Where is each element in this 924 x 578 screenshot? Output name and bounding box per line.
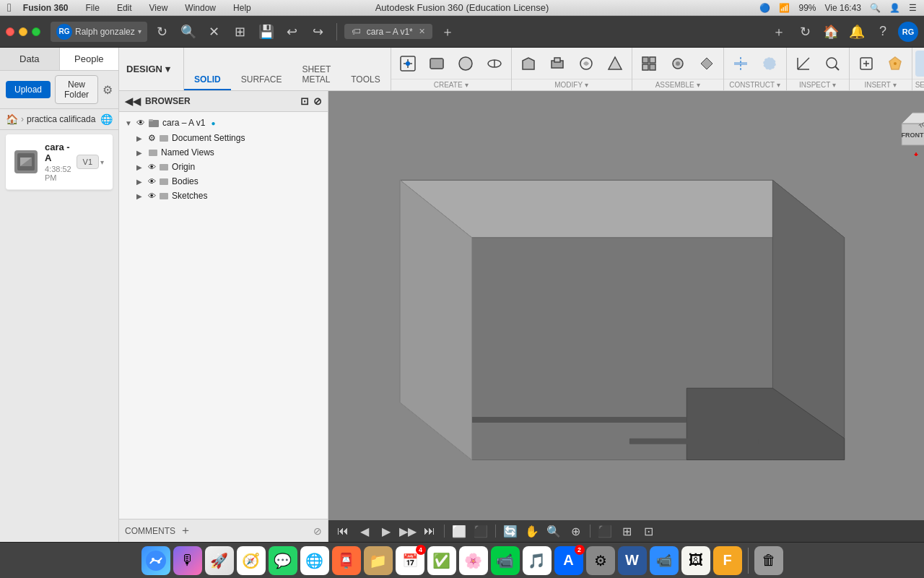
vt-zoom-icon[interactable]: ⊕ <box>567 522 584 540</box>
vt-display-icon[interactable]: ⬛ <box>596 522 614 540</box>
dock-finder[interactable] <box>141 546 170 575</box>
create-btn-1[interactable] <box>394 53 422 74</box>
sketches-eye-icon[interactable]: 👁 <box>148 191 156 200</box>
browser-item-bodies[interactable]: ▶ 👁 Bodies <box>119 174 328 189</box>
dock-trash[interactable]: 🗑 <box>754 546 783 575</box>
create-btn-4[interactable] <box>481 53 508 74</box>
assemble-btn-1[interactable] <box>635 53 663 74</box>
dock-zoom[interactable]: 📹 <box>650 546 679 575</box>
tab-data[interactable]: Data <box>0 48 60 70</box>
tab-surface[interactable]: SURFACE <box>231 72 292 90</box>
dock-safari[interactable]: 🧭 <box>237 546 266 575</box>
dock-whatsapp[interactable]: 💬 <box>269 546 297 575</box>
modify-btn-3[interactable] <box>572 53 600 74</box>
modify-btn-2[interactable] <box>544 53 571 74</box>
modify-btn-1[interactable] <box>515 53 542 74</box>
tab-solid[interactable]: SOLID <box>184 72 231 90</box>
vt-orbit-icon[interactable]: 🔄 <box>502 522 519 540</box>
construct-btn-2[interactable] <box>756 53 783 74</box>
undo-button[interactable]: ↩ <box>282 21 303 43</box>
dock-postman[interactable]: 📮 <box>332 546 361 575</box>
search-button[interactable]: 🔍 <box>178 21 199 43</box>
browser-root-item[interactable]: ▼ 👁 cara – A v1 ● <box>119 115 328 131</box>
construct-btn-1[interactable] <box>727 53 754 74</box>
modify-label[interactable]: MODIFY ▾ <box>512 79 632 90</box>
dock-chrome[interactable]: 🌐 <box>300 546 329 575</box>
create-btn-2[interactable] <box>423 53 450 74</box>
browser-item-named-views[interactable]: ▶ Named Views <box>119 145 328 160</box>
vt-frame-icon[interactable]: ⬜ <box>450 522 468 540</box>
dock-music[interactable]: 🎵 <box>523 546 552 575</box>
help-button[interactable]: ? <box>872 21 894 43</box>
dock-launchpad[interactable]: 🚀 <box>205 546 234 575</box>
dock-files[interactable]: 📁 <box>364 546 393 575</box>
breadcrumb-project[interactable]: practica calificada <box>27 114 95 124</box>
nav-cube[interactable]: FRONT TOP <box>887 98 924 156</box>
upload-button[interactable]: Upload <box>6 81 51 98</box>
file-tab-close[interactable]: ✕ <box>419 27 425 36</box>
select-label[interactable]: SELECT ▾ <box>912 79 924 90</box>
dock-appstore[interactable]: A 2 <box>554 546 583 575</box>
dock-siri[interactable]: 🎙 <box>173 546 202 575</box>
grid-apps-button[interactable]: ⊞ <box>230 21 251 43</box>
dock-photos[interactable]: 🌸 <box>459 546 488 575</box>
version-button[interactable]: V1 <box>77 155 99 169</box>
root-eye-icon[interactable]: 👁 <box>136 118 145 128</box>
toolbar-avatar[interactable]: RG <box>898 22 918 42</box>
bell-button[interactable]: 🔔 <box>846 21 868 43</box>
inspect-btn-2[interactable] <box>819 53 846 74</box>
create-btn-3[interactable] <box>452 53 479 74</box>
insert-btn-2[interactable] <box>881 53 909 74</box>
vt-play-prev[interactable]: ◀ <box>356 522 373 540</box>
collapse-panel-icon[interactable]: ◀◀ <box>125 95 141 107</box>
user-dropdown-icon[interactable]: ▾ <box>138 27 141 35</box>
comments-add-icon[interactable]: ＋ <box>180 523 191 538</box>
design-mode-button[interactable]: DESIGN ▾ <box>119 48 184 90</box>
inspect-btn-1[interactable] <box>790 53 817 74</box>
dock-facetime[interactable]: 📹 <box>491 546 520 575</box>
save-button[interactable]: 💾 <box>256 21 277 43</box>
select-btn-1[interactable] <box>915 51 924 77</box>
version-dropdown-icon[interactable]: ▾ <box>100 158 104 166</box>
menu-view[interactable]: View <box>144 1 174 14</box>
sync-button[interactable]: ↻ <box>794 21 816 43</box>
dock-calendar[interactable]: 📅 4 <box>396 546 424 575</box>
menu-extras-icon[interactable]: ☰ <box>909 3 917 13</box>
browser-expand-icon[interactable]: ⊡ <box>300 95 309 107</box>
vt-play-end[interactable]: ⏭ <box>421 522 438 540</box>
search-icon[interactable]: 🔍 <box>870 3 881 13</box>
viewport[interactable]: FRONT TOP ⏮ ◀ ▶ ▶▶ ⏭ ⬜ ⬛ <box>328 91 924 542</box>
menu-help[interactable]: Help <box>227 1 257 14</box>
insert-btn-1[interactable] <box>853 53 880 74</box>
vt-view-icon[interactable]: ⊡ <box>640 522 657 540</box>
dock-word[interactable]: W <box>618 546 647 575</box>
file-item[interactable]: cara - A 4:38:52 PM V1 ▾ <box>6 134 113 190</box>
browser-item-doc-settings[interactable]: ▶ ⚙ Document Settings <box>119 131 328 145</box>
apple-menu[interactable]:  <box>7 1 12 14</box>
browser-item-sketches[interactable]: ▶ 👁 Sketches <box>119 189 328 203</box>
bodies-eye-icon[interactable]: 👁 <box>148 177 156 186</box>
browser-options-icon[interactable]: ⊘ <box>313 95 322 107</box>
menu-file[interactable]: File <box>80 1 105 14</box>
vt-grid-icon[interactable]: ⊞ <box>618 522 635 540</box>
origin-eye-icon[interactable]: 👁 <box>148 163 156 171</box>
dock-fusion360[interactable]: F <box>713 546 742 575</box>
close-panel-button[interactable]: ✕ <box>204 21 225 43</box>
close-button[interactable] <box>6 27 14 36</box>
inspect-label[interactable]: INSPECT ▾ <box>787 79 849 90</box>
assemble-btn-3[interactable] <box>693 53 720 74</box>
assemble-label[interactable]: ASSEMBLE ▾ <box>632 79 723 90</box>
home-button[interactable]: 🏠 <box>820 21 842 43</box>
dock-reminders[interactable]: ✅ <box>427 546 456 575</box>
add-tab-button[interactable]: ＋ <box>768 21 790 43</box>
construct-label[interactable]: CONSTRUCT ▾ <box>724 79 786 90</box>
create-label[interactable]: CREATE ▾ <box>391 79 511 90</box>
menu-fusion360[interactable]: Fusion 360 <box>17 1 74 14</box>
tab-sheet-metal[interactable]: SHEET METAL <box>292 61 341 90</box>
redo-button[interactable]: ↪ <box>308 21 329 43</box>
minimize-button[interactable] <box>19 27 27 36</box>
vt-play[interactable]: ▶ <box>378 522 395 540</box>
menu-edit[interactable]: Edit <box>111 1 138 14</box>
vt-timeline-icon[interactable]: ⬛ <box>472 522 489 540</box>
fullscreen-button[interactable] <box>32 27 40 36</box>
